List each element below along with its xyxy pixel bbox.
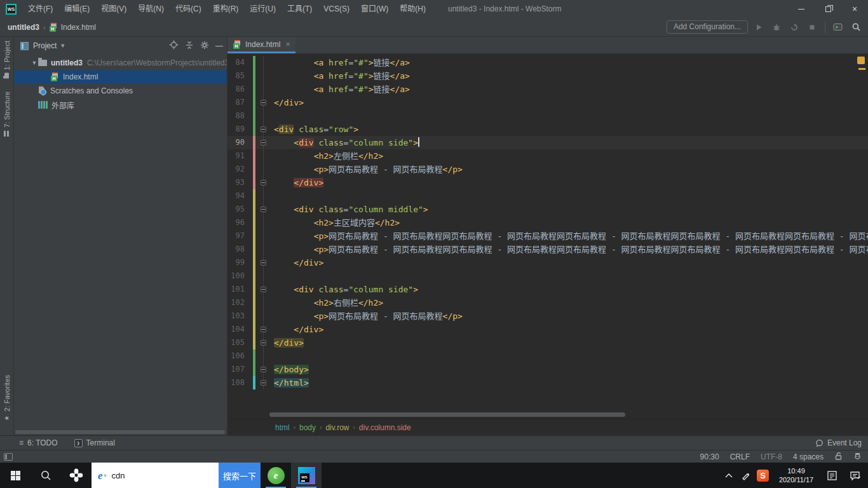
code-line-100[interactable]: 100: [227, 269, 868, 283]
line-number[interactable]: 98: [227, 243, 253, 256]
tool-window-button-favorites[interactable]: ★2: Favorites: [3, 375, 11, 421]
code-line-102[interactable]: 102 <h2>右侧栏</h2>: [227, 296, 868, 309]
code-line-104[interactable]: 104 </div>: [227, 323, 868, 336]
fold-gutter[interactable]: [255, 216, 274, 229]
fold-gutter[interactable]: [255, 363, 274, 376]
todo-tool-window-button[interactable]: ≡ 6: TODO: [19, 438, 58, 447]
webstorm-taskbar-button[interactable]: WS: [291, 463, 322, 488]
line-number[interactable]: 99: [227, 256, 253, 269]
fold-gutter[interactable]: [255, 296, 274, 309]
fold-gutter[interactable]: [255, 56, 274, 69]
caret-position-widget[interactable]: 90:30: [700, 452, 719, 461]
line-number[interactable]: 87: [227, 96, 253, 109]
inspection-status-indicator[interactable]: [857, 57, 865, 64]
menu-item-window[interactable]: 窗口(W): [355, 0, 394, 18]
code-line-87[interactable]: 87</div>: [227, 96, 868, 109]
add-configuration-button[interactable]: Add Configuration...: [667, 20, 748, 34]
sogou-ime-button[interactable]: S: [754, 463, 771, 488]
fold-marker-icon[interactable]: [261, 100, 266, 105]
line-number[interactable]: 95: [227, 203, 253, 216]
code-line-107[interactable]: 107</body>: [227, 363, 868, 376]
code-line-86[interactable]: 86 <a href="#">链接</a>: [227, 83, 868, 96]
fold-gutter[interactable]: [255, 323, 274, 336]
browser-360-button[interactable]: e: [261, 463, 291, 488]
taskbar-clock[interactable]: 10:49 2020/11/17: [771, 463, 821, 488]
fold-gutter[interactable]: [255, 336, 274, 349]
tree-item-index-html[interactable]: Index.html: [14, 70, 227, 84]
line-number[interactable]: 100: [227, 269, 253, 283]
fold-gutter[interactable]: [255, 176, 274, 189]
fold-gutter[interactable]: [255, 69, 274, 83]
code-line-91[interactable]: 91 <h2>左侧栏</h2>: [227, 149, 868, 163]
code-line-95[interactable]: 95 <div class="column middle">: [227, 203, 868, 216]
tree-item-external-libraries[interactable]: 外部库: [14, 98, 227, 112]
line-number[interactable]: 84: [227, 56, 253, 69]
menu-item-edit[interactable]: 编辑(E): [58, 0, 95, 18]
menu-item-tools[interactable]: 工具(T): [281, 0, 318, 18]
line-separator-widget[interactable]: CRLF: [730, 452, 750, 461]
close-button[interactable]: ×: [841, 0, 868, 18]
breadcrumb-file[interactable]: Index.html: [50, 23, 96, 32]
line-number[interactable]: 97: [227, 229, 253, 243]
windows-ink-button[interactable]: [737, 463, 754, 488]
line-number[interactable]: 88: [227, 109, 253, 123]
fold-gutter[interactable]: [255, 149, 274, 163]
hide-panel-icon[interactable]: —: [215, 41, 223, 50]
line-number[interactable]: 101: [227, 283, 253, 296]
chevron-down-icon[interactable]: ▼: [60, 43, 65, 49]
code-line-88[interactable]: 88: [227, 109, 868, 123]
debug-icon[interactable]: [770, 20, 783, 34]
code-line-105[interactable]: 105</div>: [227, 336, 868, 349]
breadcrumb-div-row[interactable]: div.row: [325, 423, 349, 432]
fold-marker-icon[interactable]: [261, 340, 266, 346]
code-line-99[interactable]: 99 </div>: [227, 256, 868, 269]
fold-gutter[interactable]: [255, 229, 274, 243]
tree-item-scratches[interactable]: Scratches and Consoles: [14, 84, 227, 98]
tool-window-button-structure[interactable]: 7: Structure: [3, 92, 11, 137]
line-number[interactable]: 86: [227, 83, 253, 96]
tool-window-switcher-icon[interactable]: [4, 453, 13, 461]
readonly-lock-icon[interactable]: [834, 452, 843, 462]
menu-item-code[interactable]: 代码(C): [170, 0, 207, 18]
code-line-84[interactable]: 84 <a href="#">链接</a>: [227, 56, 868, 69]
menu-item-navigate[interactable]: 导航(N): [132, 0, 170, 18]
menu-item-file[interactable]: 文件(F): [22, 0, 58, 18]
breadcrumb-body[interactable]: body: [299, 423, 316, 432]
fold-gutter[interactable]: [255, 309, 274, 323]
line-number[interactable]: 102: [227, 296, 253, 309]
fold-marker-icon[interactable]: [261, 380, 266, 386]
settings-gear-icon[interactable]: [200, 41, 209, 51]
fold-gutter[interactable]: [255, 96, 274, 109]
menu-item-run[interactable]: 运行(U): [244, 0, 281, 18]
line-number[interactable]: 91: [227, 149, 253, 163]
fold-marker-icon[interactable]: [261, 327, 266, 332]
fold-marker-icon[interactable]: [261, 140, 266, 146]
menu-item-view[interactable]: 视图(V): [95, 0, 132, 18]
code-line-94[interactable]: 94: [227, 189, 868, 203]
tree-expand-arrow[interactable]: ▼: [31, 60, 38, 66]
fold-gutter[interactable]: [255, 256, 274, 269]
line-number[interactable]: 108: [227, 376, 253, 390]
fold-gutter[interactable]: [255, 203, 274, 216]
fold-gutter[interactable]: [255, 189, 274, 203]
pinwheel-app-button[interactable]: [61, 463, 92, 488]
fold-marker-icon[interactable]: [261, 287, 266, 292]
line-number[interactable]: 92: [227, 163, 253, 176]
coverage-icon[interactable]: [787, 20, 801, 34]
fold-gutter[interactable]: [255, 136, 274, 149]
fold-gutter[interactable]: [255, 163, 274, 176]
line-number[interactable]: 90: [227, 136, 253, 149]
terminal-tool-window-button[interactable]: ❯ Terminal: [74, 438, 115, 447]
fold-marker-icon[interactable]: [261, 126, 266, 132]
fold-gutter[interactable]: [255, 349, 274, 363]
tree-item-untitled3[interactable]: ▼untitled3C:\Users\acer\WebstormProjects…: [14, 56, 227, 70]
tool-window-button-project[interactable]: 1: Project: [3, 41, 11, 78]
start-button[interactable]: [0, 463, 31, 488]
code-line-103[interactable]: 103 <p>网页布局教程 - 网页布局教程</p>: [227, 309, 868, 323]
menu-item-vcs[interactable]: VCS(S): [318, 0, 355, 18]
minimize-button[interactable]: [788, 0, 815, 18]
indent-widget[interactable]: 4 spaces: [793, 452, 824, 461]
action-center-button[interactable]: [843, 463, 868, 488]
search-query-text[interactable]: cdn: [112, 471, 125, 480]
project-panel-title[interactable]: Project: [33, 41, 57, 50]
